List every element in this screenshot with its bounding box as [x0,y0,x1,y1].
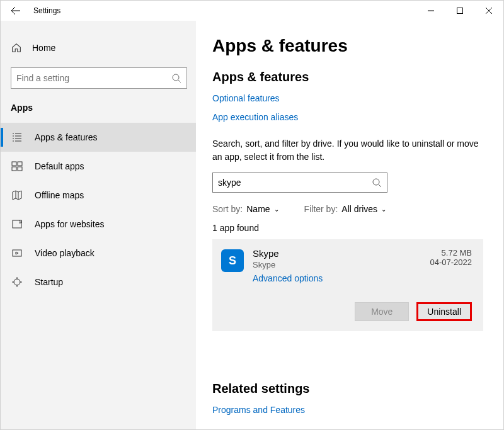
app-card-skype[interactable]: S Skype Skype Advanced options 5.72 MB 0… [212,239,483,331]
find-setting-search[interactable] [11,67,187,89]
minimize-button[interactable] [416,1,445,21]
apps-features-icon [11,131,23,144]
svg-point-15 [373,179,379,185]
arrow-left-icon [11,6,21,16]
move-button: Move [355,302,409,321]
app-name: Skype [253,248,430,259]
window-controls [416,1,503,21]
search-icon [372,178,382,188]
app-search-input[interactable] [218,178,372,188]
app-execution-aliases-link[interactable]: App execution aliases [212,112,484,122]
sort-value: Name [246,204,270,214]
filter-by-dropdown[interactable]: Filter by: All drives ⌄ [304,204,386,214]
startup-icon [11,276,23,288]
default-apps-icon [11,160,23,173]
sidebar-item-label: Offline maps [35,190,84,200]
programs-features-link[interactable]: Programs and Features [212,405,484,415]
sidebar-item-label: Video playback [35,248,94,258]
window-title: Settings [31,6,60,15]
svg-rect-1 [457,8,463,14]
svg-rect-5 [18,162,22,166]
sidebar: Home Apps Apps & features Default apps O [1,21,196,429]
search-icon [171,73,181,83]
close-button[interactable] [474,1,503,21]
section-title: Apps & features [212,70,484,84]
sidebar-item-default-apps[interactable]: Default apps [1,152,196,181]
find-setting-input[interactable] [16,73,171,83]
filter-value: All drives [341,204,377,214]
svg-point-2 [173,74,179,81]
page-title: Apps & features [212,36,484,56]
home-label: Home [32,43,55,53]
sidebar-item-label: Startup [35,277,63,287]
sidebar-item-label: Apps & features [35,132,98,142]
offline-maps-icon [11,189,23,201]
svg-rect-6 [12,167,16,171]
sidebar-item-label: Default apps [35,161,84,171]
filter-label: Filter by: [304,204,338,214]
sidebar-item-offline-maps[interactable]: Offline maps [1,181,196,210]
back-button[interactable] [1,1,31,21]
skype-app-icon: S [221,249,244,272]
chevron-down-icon: ⌄ [274,206,279,213]
app-publisher: Skype [253,260,430,269]
sort-filter-row: Sort by: Name ⌄ Filter by: All drives ⌄ [212,204,484,214]
app-size: 5.72 MB [430,248,472,257]
result-count: 1 app found [212,223,484,233]
video-playback-icon [11,247,23,259]
home-nav[interactable]: Home [1,35,196,61]
svg-rect-4 [12,162,16,166]
sidebar-item-apps-websites[interactable]: Apps for websites [1,210,196,239]
settings-window: Settings Home Apps Apps & features [0,0,504,430]
main-content[interactable]: Apps & features Apps & features Optional… [196,21,503,429]
sort-label: Sort by: [212,204,243,214]
uninstall-button[interactable]: Uninstall [416,302,472,321]
svg-rect-7 [18,167,22,171]
sidebar-item-label: Apps for websites [35,219,105,229]
optional-features-link[interactable]: Optional features [212,93,484,103]
related-settings-heading: Related settings [212,382,484,396]
apps-websites-icon [11,218,23,230]
svg-rect-9 [13,250,21,256]
sidebar-item-apps-features[interactable]: Apps & features [1,123,196,152]
app-date: 04-07-2022 [430,257,472,267]
home-icon [11,42,22,54]
sidebar-item-video-playback[interactable]: Video playback [1,239,196,268]
svg-point-10 [14,279,20,285]
advanced-options-link[interactable]: Advanced options [253,273,323,283]
app-search-box[interactable] [212,173,387,193]
svg-line-3 [178,80,181,82]
sort-by-dropdown[interactable]: Sort by: Name ⌄ [212,204,279,214]
svg-line-16 [379,184,381,187]
section-description: Search, sort, and filter by drive. If yo… [212,137,484,164]
sidebar-nav: Apps & features Default apps Offline map… [1,123,196,297]
maximize-button[interactable] [445,1,474,21]
sidebar-category: Apps [1,89,196,116]
chevron-down-icon: ⌄ [381,206,386,213]
titlebar: Settings [1,1,503,21]
sidebar-item-startup[interactable]: Startup [1,268,196,297]
